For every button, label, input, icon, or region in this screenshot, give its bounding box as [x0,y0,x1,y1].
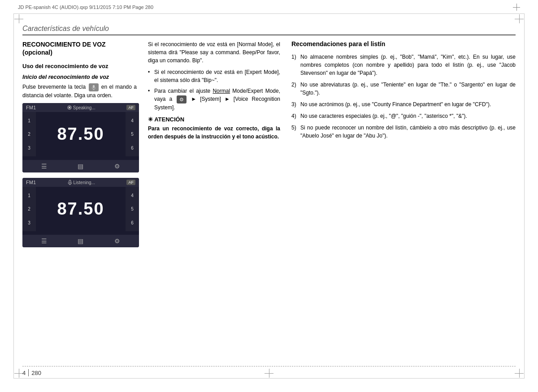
car-display-body-1: 1 2 3 87.50 4 5 6 [22,112,139,156]
car-nav-l3: 3 [22,220,36,225]
mid-column: Si el reconocimiento de voz está en [Nor… [143,40,287,365]
header-crosshair-icon [513,4,520,11]
footer-icon-list-2: ☰ [41,237,47,245]
section-title-bar: Características de vehículo [22,25,516,35]
intro-text: Pulse brevemente la tecla en el mando a … [22,83,137,99]
page-num-divider [28,369,29,376]
attention-star: ✳ [148,116,154,123]
speaking-text: Speaking... [73,105,95,110]
page-number: 280 [31,370,41,376]
car-nav-2: 2 [22,132,36,137]
car-display-header-2: FM1 Listening... AF [22,178,139,187]
bullet-list: Si el reconocimiento de voz está en [Exp… [148,68,280,112]
attention-box: ✳ ATENCIÓN Para un reconocimiento de voz… [148,116,280,141]
listening-status: Listening... [68,180,95,185]
car-display-footer-2: ☰ ▤ ⚙ [22,235,139,247]
car-nav-r5: 5 [126,207,139,211]
italic-heading: Inicio del reconocimiento de voz [22,74,137,80]
chapter-number: 4 [22,370,26,376]
file-info: JD PE-spanish 4C (AUDIO).qxp 9/11/2015 7… [18,4,153,10]
page-number-box: 4 280 [22,369,41,376]
car-nav-1: 1 [22,118,36,123]
crosshair-bottom-left-icon [14,369,23,378]
page-footer: 4 280 [22,366,516,376]
car-main-freq-1: 87.50 [36,112,126,156]
crosshair-top-left-icon [14,14,23,23]
footer-icon-gear-2: ⚙ [114,237,120,245]
car-nav-5: 5 [126,132,139,137]
attention-heading: ✳ ATENCIÓN [148,116,280,123]
car-display-body-2: 1 2 3 87.50 4 5 6 [22,187,139,231]
car-display-label-1: FM1 [26,105,36,110]
car-nav-3: 3 [22,146,36,151]
gear-settings-icon: ⚙ [177,95,187,103]
mid-intro-text: Si el reconocimiento de voz está en [Nor… [148,40,280,65]
normal-mode-label: Normal [213,88,230,94]
crosshair-top-right-icon [515,14,524,23]
right-heading: Recomendaciones para el listín [291,40,516,47]
bullet-item-2: Para cambiar el ajuste Normal Mode/Exper… [148,87,280,112]
listening-text: Listening... [74,180,95,185]
content-area: RECONOCIMIENTO DE VOZ (opcional) Uso del… [22,40,516,365]
svg-point-4 [69,107,70,108]
attention-title: ATENCIÓN [154,116,184,123]
af-badge-2: AF [126,180,135,185]
car-left-nav-2: 1 2 3 [22,187,36,231]
svg-rect-0 [92,85,94,88]
car-nav-l2: 2 [22,207,36,211]
car-display-footer-1: ☰ ▤ ⚙ [22,160,139,172]
list-num-2: 2) [291,81,296,89]
list-num-5: 5) [291,124,296,132]
svg-rect-5 [69,180,71,183]
section-title: Características de vehículo [22,25,109,32]
sub-heading: Uso del reconocimiento de voz [22,63,137,69]
mic-button-icon [89,83,99,91]
list-text-1: No almacene nombres simples (p. ej., "Bo… [300,54,516,76]
list-text-2: No use abreviaturas (p. ej., use "Tenien… [300,82,516,96]
car-nav-r6: 6 [126,220,139,225]
main-heading: RECONOCIMIENTO DE VOZ (opcional) [22,40,137,56]
freq-display-2: 87.50 [57,199,104,219]
list-text-3: No use acrónimos (p. ej., use "County Fi… [300,101,491,108]
car-nav-r4: 4 [126,193,139,198]
attention-body: Para un reconocimiento de voz correcto, … [148,125,280,141]
freq-display-1: 87.50 [57,125,104,144]
list-num-4: 4) [291,112,296,120]
list-text-4: No use caracteres especiales (p. ej., "@… [300,113,467,119]
list-item-2: 2) No use abreviaturas (p. ej., use "Ten… [291,81,516,97]
car-display-header-1: FM1 Speaking... AF [22,103,139,112]
af-badge-1: AF [126,105,135,110]
header-bar: JD PE-spanish 4C (AUDIO).qxp 9/11/2015 7… [18,4,520,11]
recommendations-list: 1) No almacene nombres simples (p. ej., … [291,53,516,140]
car-nav-6: 6 [126,146,139,151]
footer-icon-media-2: ▤ [78,237,83,245]
list-item-3: 3) No use acrónimos (p. ej., use "County… [291,100,516,108]
car-display-label-2: FM1 [26,180,36,185]
car-left-nav-1: 1 2 3 [22,112,36,156]
right-column: Recomendaciones para el listín 1) No alm… [287,40,516,365]
footer-icon-gear-1: ⚙ [114,163,120,170]
car-nav-4: 4 [126,118,139,123]
car-display-speaking: FM1 Speaking... AF 1 2 3 87.50 [22,103,139,172]
car-display-listening: FM1 Listening... AF 1 2 3 [22,178,139,247]
list-num-1: 1) [291,53,296,61]
car-nav-l1: 1 [22,193,36,198]
list-item-5: 5) Si no puede reconocer un nombre del l… [291,124,516,140]
footer-icon-list-1: ☰ [41,163,47,170]
car-main-freq-2: 87.50 [36,187,126,231]
car-right-nav-1: 4 5 6 [126,112,139,156]
crosshair-bottom-right-icon [515,369,524,378]
list-item-1: 1) No almacene nombres simples (p. ej., … [291,53,516,77]
bullet-item-1: Si el reconocimiento de voz está en [Exp… [148,68,280,84]
footer-icon-media-1: ▤ [78,163,83,170]
list-item-4: 4) No use caracteres especiales (p. ej.,… [291,112,516,120]
left-column: RECONOCIMIENTO DE VOZ (opcional) Uso del… [22,40,143,365]
car-right-nav-2: 4 5 6 [126,187,139,231]
speaking-status: Speaking... [67,105,95,110]
list-text-5: Si no puede reconocer un nombre del list… [300,125,516,139]
list-num-3: 3) [291,100,296,108]
